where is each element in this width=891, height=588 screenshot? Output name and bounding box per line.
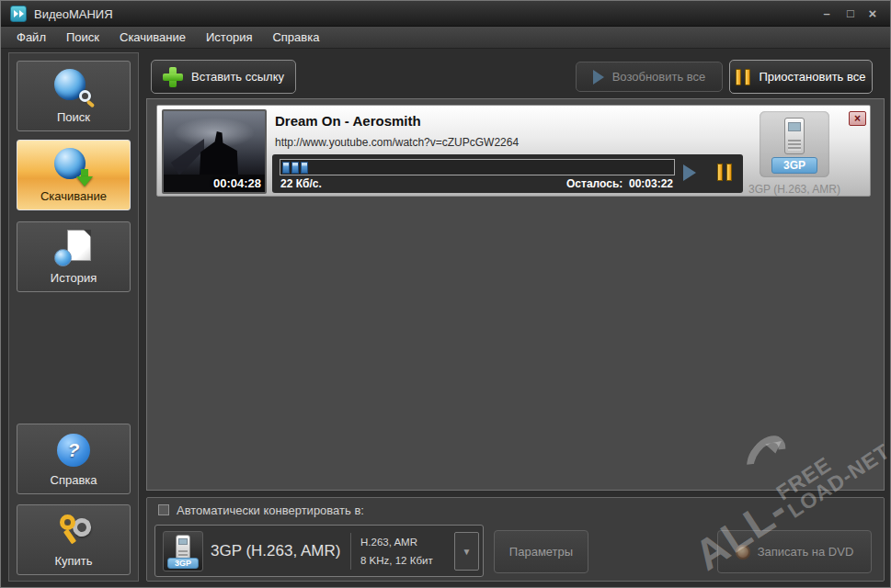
- auto-convert-label: Автоматически конвертировать в:: [177, 503, 364, 517]
- download-globe-icon: [54, 148, 93, 185]
- selected-format: 3GP (H.263, AMR): [211, 526, 340, 576]
- parameters-button[interactable]: Параметры: [494, 530, 588, 573]
- progress-bar: [280, 159, 675, 175]
- item-pause-icon[interactable]: [717, 164, 732, 181]
- format-badge: 3GP: [167, 558, 199, 569]
- progress-strip: 22 Кб/с. Осталось: 00:03:22: [272, 154, 743, 193]
- plus-icon: [163, 67, 183, 87]
- menu-bar: Файл Поиск Скачивание История Справка: [1, 27, 890, 49]
- video-title: Dream On - Aerosmith: [275, 113, 421, 129]
- help-question-icon: ?: [54, 432, 93, 469]
- download-speed: 22 Кб/с.: [280, 177, 322, 190]
- download-list-panel: 00:04:28 Dream On - Aerosmith http://www…: [146, 98, 885, 491]
- sidebar-item-label: Купить: [54, 554, 92, 568]
- dvd-disc-icon: [736, 545, 750, 560]
- format-badge: 3GP: [771, 157, 817, 174]
- window-title: ВидеоМАНИЯ: [34, 7, 113, 21]
- menu-help[interactable]: Справка: [262, 28, 329, 47]
- format-phone-icon: 3GP: [760, 111, 829, 177]
- paste-link-label: Вставить ссылку: [191, 70, 284, 84]
- sidebar-item-label: История: [51, 271, 97, 285]
- sidebar-item-search[interactable]: Поиск: [17, 61, 131, 131]
- chevron-down-icon: ▼: [463, 547, 472, 557]
- buy-key-icon: [54, 513, 93, 549]
- convert-panel: Автоматически конвертировать в: 3GP 3GP …: [146, 497, 885, 582]
- sidebar-item-buy[interactable]: Купить: [17, 504, 131, 575]
- auto-convert-checkbox[interactable]: [158, 504, 169, 515]
- phone-icon: [176, 535, 190, 560]
- history-document-icon: [54, 230, 93, 266]
- minimize-button[interactable]: –: [817, 5, 837, 23]
- sidebar-item-label: Скачивание: [40, 189, 107, 203]
- dropdown-arrow-button[interactable]: ▼: [454, 532, 479, 571]
- sidebar-item-history[interactable]: История: [17, 221, 131, 292]
- resume-arrow-icon: [593, 70, 604, 85]
- dropdown-phone-icon: 3GP: [163, 531, 203, 571]
- menu-search[interactable]: Поиск: [56, 28, 109, 47]
- resume-all-label: Возобновить все: [612, 70, 706, 84]
- menu-file[interactable]: Файл: [6, 28, 56, 47]
- sidebar-item-download[interactable]: Скачивание: [17, 140, 131, 210]
- time-remaining: Осталось: 00:03:22: [566, 177, 673, 190]
- close-button[interactable]: ×: [862, 5, 883, 23]
- paste-link-button[interactable]: Вставить ссылку: [151, 60, 296, 94]
- app-window: ВидеоМАНИЯ – □ × Файл Поиск Скачивание И…: [0, 0, 891, 588]
- pause-icon: [736, 69, 750, 85]
- sidebar-item-label: Справка: [51, 473, 97, 487]
- pause-all-button[interactable]: Приостановить все: [729, 60, 873, 94]
- format-dropdown[interactable]: 3GP 3GP (H.263, AMR) H.263, AMR 8 KHz, 1…: [154, 525, 484, 577]
- video-thumbnail: 00:04:28: [162, 109, 267, 194]
- burn-dvd-button[interactable]: Записать на DVD: [717, 530, 872, 573]
- download-item: 00:04:28 Dream On - Aerosmith http://www…: [156, 105, 871, 197]
- search-globe-icon: [54, 69, 93, 106]
- resume-all-button[interactable]: Возобновить все: [576, 62, 723, 92]
- sidebar: Поиск Скачивание История ? Справка Купит…: [8, 52, 139, 582]
- item-close-button[interactable]: ×: [849, 111, 866, 126]
- title-bar: ВидеоМАНИЯ – □ ×: [1, 1, 890, 27]
- video-duration: 00:04:28: [213, 176, 261, 190]
- menu-download[interactable]: Скачивание: [109, 28, 196, 47]
- format-label: 3GP (H.263, AMR): [718, 183, 871, 196]
- maximize-button[interactable]: □: [840, 5, 861, 23]
- video-url: http://www.youtube.com/watch?v=cZUPcGW22…: [275, 136, 519, 149]
- format-details: H.263, AMR 8 KHz, 12 Кбит: [350, 533, 433, 570]
- sidebar-item-label: Поиск: [57, 110, 90, 124]
- phone-icon: [784, 118, 805, 154]
- pause-all-label: Приостановить все: [759, 70, 865, 84]
- sidebar-item-help[interactable]: ? Справка: [17, 424, 131, 494]
- app-logo-icon: [10, 6, 27, 22]
- item-resume-icon[interactable]: [683, 164, 696, 181]
- menu-history[interactable]: История: [196, 28, 262, 47]
